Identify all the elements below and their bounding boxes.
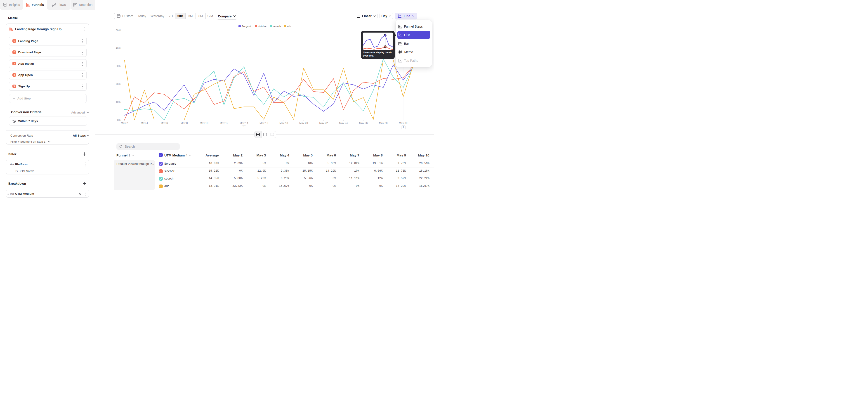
svg-text:May 18: May 18: [279, 122, 288, 124]
svg-text:40%: 40%: [116, 47, 121, 50]
svg-text:May 30: May 30: [399, 122, 408, 124]
svg-text:May 26: May 26: [359, 122, 368, 124]
svg-text:30%: 30%: [116, 65, 121, 67]
svg-text:20%: 20%: [116, 83, 121, 86]
svg-text:May 8: May 8: [181, 122, 188, 124]
svg-text:May 22: May 22: [319, 122, 328, 124]
svg-text:50%: 50%: [116, 29, 121, 32]
svg-text:May 12: May 12: [220, 122, 228, 124]
svg-text:May 4: May 4: [141, 122, 148, 124]
svg-text:May 16: May 16: [259, 122, 268, 124]
svg-text:10%: 10%: [116, 101, 121, 103]
svg-text:May 10: May 10: [200, 122, 209, 124]
svg-text:May 20: May 20: [299, 122, 308, 124]
svg-text:May 6: May 6: [161, 122, 168, 124]
svg-text:May 14: May 14: [240, 122, 248, 124]
svg-text:May 24: May 24: [339, 122, 348, 124]
svg-text:May 2: May 2: [121, 122, 128, 124]
svg-text:0%: 0%: [117, 119, 121, 121]
svg-text:May 28: May 28: [379, 122, 388, 124]
